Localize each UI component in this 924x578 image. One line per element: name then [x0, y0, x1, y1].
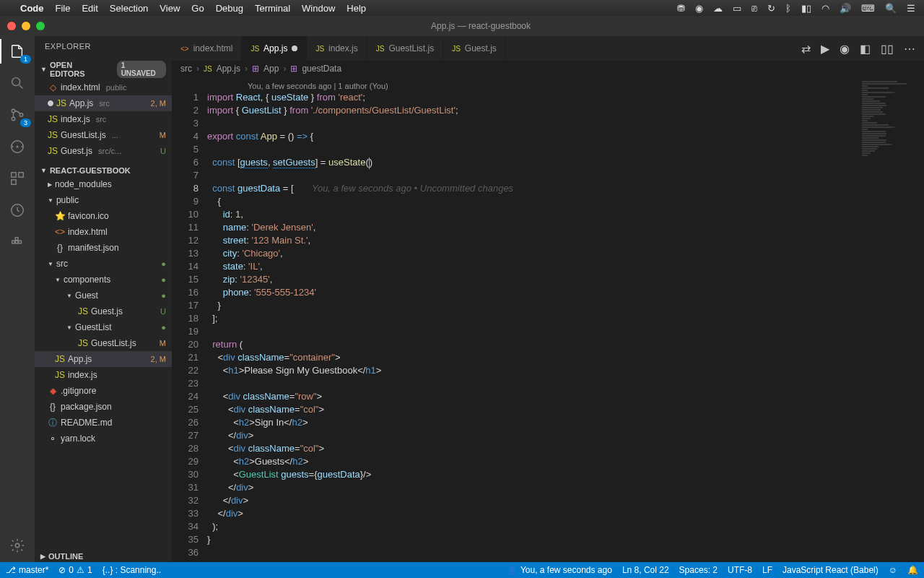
open-editor-item[interactable]: JS App.js src 2, M — [35, 95, 172, 111]
activity-liveshare-icon[interactable] — [8, 201, 27, 220]
scm-badge: 3 — [20, 118, 31, 127]
minimize-button[interactable] — [22, 22, 30, 30]
volume-icon[interactable]: 🔊 — [840, 3, 851, 14]
activity-docker-icon[interactable] — [8, 233, 27, 251]
svg-point-5 — [17, 146, 18, 147]
menubar-window[interactable]: Window — [302, 3, 335, 14]
codelens[interactable]: You, a few seconds ago | 1 author (You) — [207, 79, 859, 91]
wifi-icon[interactable]: ◠ — [821, 3, 829, 14]
minimap[interactable] — [859, 77, 924, 562]
language-mode[interactable]: JavaScript React (Babel) — [783, 565, 879, 575]
activity-scm-icon[interactable]: 3 — [8, 105, 27, 124]
timemachine-icon[interactable]: ↻ — [767, 3, 775, 14]
tab-actions: ⇄ ▶ ◉ ◧ ▯▯ ⋯ — [793, 36, 924, 61]
encoding[interactable]: UTF-8 — [728, 565, 752, 575]
compare-changes-icon[interactable]: ⇄ — [801, 42, 811, 56]
more-actions-icon[interactable]: ⋯ — [904, 42, 915, 56]
activity-extensions-icon[interactable] — [8, 169, 27, 188]
screen-icon[interactable]: ⎚ — [751, 3, 757, 14]
display-icon[interactable]: ▭ — [733, 3, 741, 14]
svg-rect-12 — [19, 241, 22, 243]
dropbox-icon[interactable]: ⛃ — [677, 3, 685, 14]
editor-tab[interactable]: JSindex.js — [307, 36, 367, 61]
menubar-view[interactable]: View — [160, 3, 180, 14]
tree-file[interactable]: JS Guest.jsU — [35, 303, 172, 319]
chevron-down-icon: ▼ — [40, 66, 47, 73]
notifications-icon[interactable]: 🔔 — [907, 565, 918, 575]
search-icon[interactable]: 🔍 — [885, 3, 897, 14]
tree-folder[interactable]: ▼ public — [35, 192, 172, 208]
menubar-app[interactable]: Code — [20, 3, 44, 14]
activity-debug-icon[interactable] — [8, 137, 27, 156]
editor-tab[interactable]: JSGuest.js — [443, 36, 506, 61]
sync-icon[interactable]: ◉ — [695, 3, 703, 14]
menubar-edit[interactable]: Edit — [82, 3, 97, 14]
tree-file[interactable]: ⚬ yarn.lock — [35, 431, 172, 447]
explorer-badge: 1 — [20, 55, 31, 64]
git-branch[interactable]: ⎇master* — [6, 565, 48, 575]
run-icon[interactable]: ▶ — [821, 42, 829, 56]
cloud-icon[interactable]: ☁ — [713, 3, 723, 14]
menubar-file[interactable]: File — [56, 3, 71, 14]
open-editor-item[interactable]: ◇ index.html public — [35, 79, 172, 95]
feedback-icon[interactable]: ☺ — [889, 565, 897, 575]
breadcrumb[interactable]: src› JS App.js› ⊞ App› ⊞ guestData — [172, 61, 924, 77]
sidebar-title: EXPLORER — [35, 36, 172, 56]
open-editor-item[interactable]: JS Guest.js src/c... U — [35, 143, 172, 159]
tree-folder[interactable]: ▼ GuestList● — [35, 319, 172, 335]
preview-icon[interactable]: ◉ — [840, 42, 850, 56]
maximize-button[interactable] — [36, 22, 45, 30]
tree-folder[interactable]: ▼ src● — [35, 256, 172, 272]
activity-search-icon[interactable] — [8, 74, 27, 92]
scanning-status[interactable]: {..} : Scanning.. — [103, 565, 161, 575]
battery-icon[interactable]: ▮▯ — [801, 3, 811, 14]
problems[interactable]: ⊘0 ⚠1 — [58, 565, 92, 575]
open-editor-item[interactable]: JS GuestList.js ... M — [35, 127, 172, 143]
split-editor-icon[interactable]: ▯▯ — [881, 42, 894, 56]
chevron-down-icon: ▼ — [40, 167, 47, 174]
svg-point-1 — [12, 109, 15, 113]
tree-file[interactable]: {} manifest.json — [35, 240, 172, 256]
indentation[interactable]: Spaces: 2 — [679, 565, 718, 575]
project-header[interactable]: ▼ REACT-GUESTBOOK — [35, 165, 172, 176]
tree-file[interactable]: JS index.js — [35, 367, 172, 383]
tree-file[interactable]: {} package.json — [35, 399, 172, 415]
cursor-position[interactable]: Ln 8, Col 22 — [622, 565, 669, 575]
menubar-terminal[interactable]: Terminal — [255, 3, 290, 14]
tree-file[interactable]: JS GuestList.jsM — [35, 335, 172, 351]
person-icon: 👤 — [507, 565, 518, 575]
outline-header[interactable]: ▶ OUTLINE — [35, 551, 172, 562]
bluetooth-icon[interactable]: ᛒ — [785, 3, 791, 14]
tree-folder[interactable]: ▶ node_modules — [35, 176, 172, 192]
menubar-debug[interactable]: Debug — [216, 3, 243, 14]
open-editors-header[interactable]: ▼ OPEN EDITORS 1 UNSAVED — [35, 59, 172, 79]
tree-file[interactable]: <> index.html — [35, 224, 172, 240]
editor-tab[interactable]: JSGuestList.js — [367, 36, 443, 61]
svg-rect-11 — [15, 241, 18, 243]
input-icon[interactable]: ⌨ — [861, 3, 875, 14]
close-button[interactable] — [7, 22, 16, 30]
editor-tab[interactable]: <>index.html — [172, 36, 242, 61]
tree-file[interactable]: ⓘ README.md — [35, 415, 172, 431]
activity-settings-icon[interactable] — [8, 536, 27, 555]
activity-bar: 1 3 — [0, 36, 35, 562]
editor-tab[interactable]: JSApp.js — [242, 36, 307, 61]
tree-file[interactable]: JS App.js2, M — [35, 351, 172, 367]
menu-icon[interactable]: ☰ — [907, 3, 915, 14]
tree-file[interactable]: ◆ .gitignore — [35, 383, 172, 399]
tree-file[interactable]: ⭐ favicon.ico — [35, 208, 172, 224]
tree-folder[interactable]: ▼ components● — [35, 272, 172, 288]
open-changes-icon[interactable]: ◧ — [860, 42, 871, 56]
menubar-help[interactable]: Help — [346, 3, 366, 14]
code-editor[interactable]: 1234567891011121314151617181920212223242… — [172, 77, 924, 562]
activity-explorer-icon[interactable]: 1 — [8, 42, 27, 61]
git-blame[interactable]: 👤You, a few seconds ago — [507, 565, 612, 575]
menubar-go[interactable]: Go — [191, 3, 204, 14]
menubar-selection[interactable]: Selection — [110, 3, 148, 14]
branch-icon: ⎇ — [6, 565, 16, 575]
tree-folder[interactable]: ▼ Guest● — [35, 288, 172, 303]
eol[interactable]: LF — [762, 565, 772, 575]
status-bar: ⎇master* ⊘0 ⚠1 {..} : Scanning.. 👤You, a… — [0, 562, 924, 578]
code-content[interactable]: You, a few seconds ago | 1 author (You) … — [207, 77, 859, 562]
open-editor-item[interactable]: JS index.js src — [35, 111, 172, 127]
